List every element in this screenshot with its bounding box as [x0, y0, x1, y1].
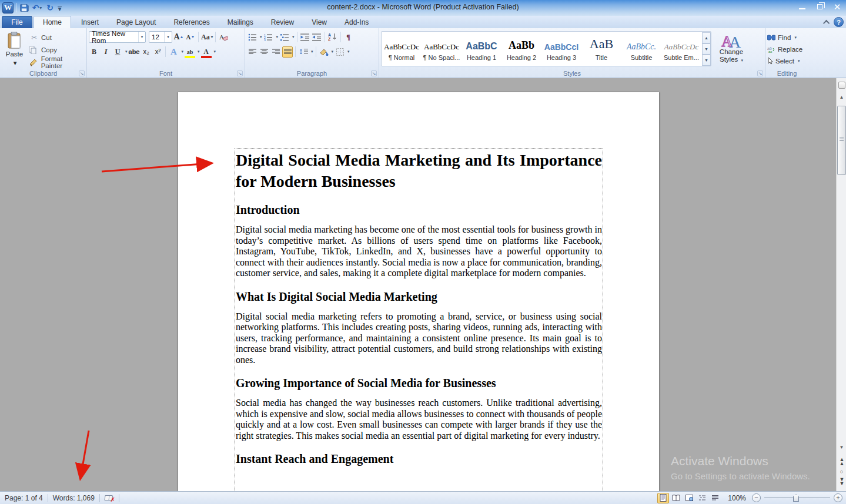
style-normal[interactable]: AaBbCcDc ¶ Normal: [382, 32, 422, 66]
outline-view-button[interactable]: [696, 493, 708, 503]
style-title[interactable]: AaB Title: [581, 32, 621, 66]
shading-dropdown-icon[interactable]: ▾: [332, 49, 334, 54]
styles-more-button[interactable]: ▼: [702, 55, 711, 66]
font-color-dropdown-icon[interactable]: ▾: [214, 49, 216, 54]
undo-button[interactable]: ↶▾: [32, 2, 42, 14]
section-paragraph[interactable]: Social media has changed the way busines…: [236, 398, 602, 441]
section-heading[interactable]: Introduction: [236, 203, 602, 217]
highlight-button[interactable]: ab: [185, 46, 195, 58]
help-button[interactable]: ?: [834, 17, 844, 27]
select-button[interactable]: Select▾: [767, 55, 807, 67]
bold-button[interactable]: B: [89, 46, 99, 58]
multilevel-dropdown-icon[interactable]: ▾: [292, 35, 295, 39]
styles-scroll-up[interactable]: ▲: [702, 32, 711, 43]
word-logo-icon[interactable]: W: [2, 2, 14, 14]
print-layout-view-button[interactable]: [657, 493, 669, 503]
redo-button[interactable]: ↻: [45, 2, 55, 14]
zoom-slider-thumb[interactable]: [793, 494, 799, 502]
scrollbar-thumb[interactable]: [837, 106, 846, 175]
spell-check-status[interactable]: ✗: [100, 493, 119, 503]
document-page[interactable]: Digital Social Media Marketing and Its I…: [178, 92, 659, 491]
grow-font-button[interactable]: A▲: [173, 32, 184, 43]
borders-dropdown-icon[interactable]: ▾: [347, 49, 350, 54]
font-size-select[interactable]: 12▾: [149, 31, 172, 43]
styles-dialog-launcher[interactable]: ↘: [757, 70, 763, 76]
tab-mailings[interactable]: Mailings: [219, 16, 262, 28]
tab-review[interactable]: Review: [262, 16, 303, 28]
zoom-in-button[interactable]: +: [834, 493, 842, 502]
scroll-up-button[interactable]: ▲: [837, 92, 846, 102]
bullets-dropdown-icon[interactable]: ▾: [260, 35, 262, 39]
tab-file[interactable]: File: [2, 16, 32, 28]
change-styles-button[interactable]: AA ChangeStyles ▾: [714, 31, 749, 68]
subscript-button[interactable]: x₂: [141, 46, 151, 58]
style-no-spacing[interactable]: AaBbCcDc ¶ No Spaci...: [422, 32, 462, 66]
font-dialog-launcher[interactable]: ↘: [237, 70, 243, 76]
style-heading-1[interactable]: AaBbC Heading 1: [462, 32, 501, 66]
web-layout-view-button[interactable]: [683, 493, 695, 503]
paste-button[interactable]: Paste ▾: [2, 31, 27, 68]
align-center-button[interactable]: [259, 46, 269, 58]
tab-home[interactable]: Home: [34, 16, 71, 28]
style-subtle-emphasis[interactable]: AaBbCcDc Subtle Em...: [661, 32, 701, 66]
section-heading[interactable]: Instant Reach and Engagement: [236, 452, 602, 466]
italic-button[interactable]: I: [101, 46, 111, 58]
restore-button[interactable]: [811, 0, 828, 13]
style-subtitle[interactable]: AaBbCc. Subtitle: [621, 32, 661, 66]
document-title[interactable]: Digital Social Media Marketing and Its I…: [236, 150, 602, 192]
section-heading[interactable]: What Is Digital Social Media Marketing: [236, 290, 602, 304]
borders-button[interactable]: [335, 46, 345, 58]
tab-view[interactable]: View: [303, 16, 336, 28]
section-heading[interactable]: Growing Importance of Social Media for B…: [236, 377, 602, 390]
show-paragraph-marks-button[interactable]: ¶: [343, 32, 354, 43]
decrease-indent-button[interactable]: [300, 32, 310, 43]
paste-dropdown-icon[interactable]: ▾: [14, 59, 17, 67]
next-page-button[interactable]: ▼▼: [837, 477, 846, 486]
replace-button[interactable]: abac Replace: [767, 43, 807, 55]
shading-button[interactable]: [319, 46, 329, 58]
copy-button[interactable]: Copy: [29, 45, 85, 55]
change-case-button[interactable]: Aa▾: [201, 32, 213, 43]
clipboard-dialog-launcher[interactable]: ↘: [79, 70, 85, 76]
sort-button[interactable]: AZ: [327, 32, 338, 43]
tab-page-layout[interactable]: Page Layout: [108, 16, 165, 28]
tab-add-ins[interactable]: Add-Ins: [336, 16, 377, 28]
multilevel-list-button[interactable]: [279, 32, 290, 43]
collapse-ribbon-icon[interactable]: [823, 19, 830, 26]
align-right-button[interactable]: [270, 46, 281, 58]
save-button[interactable]: [19, 2, 29, 14]
underline-dropdown-icon[interactable]: ▾: [125, 49, 128, 54]
zoom-out-button[interactable]: −: [752, 493, 761, 502]
font-color-button[interactable]: A: [201, 46, 212, 58]
shrink-font-button[interactable]: A▼: [185, 32, 196, 43]
undo-dropdown-icon[interactable]: ▾: [39, 5, 42, 11]
style-heading-3[interactable]: AaBbCcI Heading 3: [541, 32, 581, 66]
style-heading-2[interactable]: AaBb Heading 2: [501, 32, 541, 66]
line-spacing-dropdown-icon[interactable]: ▾: [311, 49, 313, 54]
view-ruler-button[interactable]: [837, 79, 846, 91]
numbering-dropdown-icon[interactable]: ▾: [276, 35, 279, 39]
highlight-dropdown-icon[interactable]: ▾: [198, 49, 200, 54]
zoom-slider[interactable]: [764, 493, 830, 502]
increase-indent-button[interactable]: [312, 32, 322, 43]
superscript-button[interactable]: x²: [152, 46, 163, 58]
word-count[interactable]: Words: 1,069: [48, 493, 99, 503]
tab-insert[interactable]: Insert: [72, 16, 108, 28]
format-painter-button[interactable]: Format Painter: [29, 57, 85, 68]
styles-scroll-down[interactable]: ▼: [702, 43, 711, 55]
minimize-button[interactable]: [793, 0, 811, 13]
underline-button[interactable]: U: [112, 46, 123, 58]
clear-formatting-button[interactable]: A: [218, 32, 229, 43]
draft-view-button[interactable]: [709, 493, 721, 503]
cut-button[interactable]: ✂Cut: [29, 32, 85, 43]
numbering-button[interactable]: 123: [263, 32, 274, 43]
vertical-scrollbar[interactable]: ▲ ▼ ▲▲ ○ ▼▼: [836, 78, 846, 491]
scroll-down-button[interactable]: ▼: [837, 442, 846, 452]
bullets-button[interactable]: [247, 32, 258, 43]
align-left-button[interactable]: [247, 46, 258, 58]
strikethrough-button[interactable]: abe: [129, 46, 140, 58]
find-button[interactable]: Find▾: [767, 32, 807, 43]
text-effects-dropdown-icon[interactable]: ▾: [181, 49, 183, 54]
line-spacing-button[interactable]: [298, 46, 309, 58]
font-name-select[interactable]: Times New Rom▾: [89, 31, 146, 43]
